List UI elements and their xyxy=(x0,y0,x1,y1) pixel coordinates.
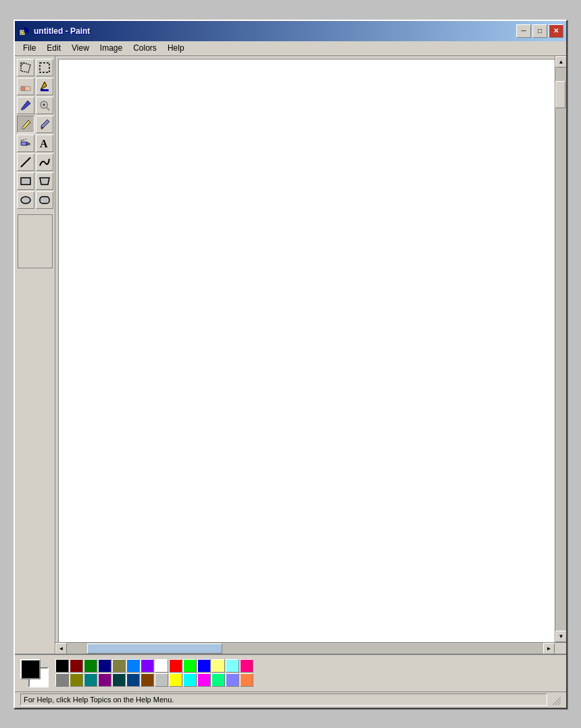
main-area: A xyxy=(15,56,566,654)
palette-color-5[interactable] xyxy=(84,673,97,687)
palette-color-25[interactable] xyxy=(226,673,239,687)
menu-item-colors[interactable]: Colors xyxy=(128,42,162,54)
menu-item-file[interactable]: File xyxy=(18,42,41,54)
close-button[interactable]: ✕ xyxy=(549,24,563,38)
palette-color-22[interactable] xyxy=(211,659,225,673)
palette-color-0[interactable] xyxy=(55,659,69,673)
palette-color-12[interactable] xyxy=(141,659,154,673)
palette-color-11[interactable] xyxy=(126,673,140,687)
tool-pencil[interactable] xyxy=(17,116,34,133)
paint-icon xyxy=(19,26,30,37)
resize-grip[interactable] xyxy=(550,694,561,705)
tool-ellipse[interactable] xyxy=(17,191,34,209)
svg-point-6 xyxy=(21,107,24,110)
maximize-button[interactable]: □ xyxy=(532,24,547,38)
palette-color-9[interactable] xyxy=(112,673,126,687)
palette-color-1[interactable] xyxy=(55,673,69,687)
tool-rect-select[interactable] xyxy=(36,59,53,76)
svg-line-18 xyxy=(21,157,30,167)
palette-color-8[interactable] xyxy=(112,659,126,673)
color-palette xyxy=(55,659,253,687)
status-text: For Help, click Help Topics on the Help … xyxy=(20,694,547,706)
text-icon: A xyxy=(39,137,51,149)
palette-color-18[interactable] xyxy=(183,659,197,673)
canvas-container[interactable] xyxy=(55,56,555,642)
title-bar: untitled - Paint ─ □ ✕ xyxy=(15,21,566,41)
status-bar: For Help, click Help Topics on the Help … xyxy=(15,691,566,708)
svg-point-14 xyxy=(20,139,22,141)
svg-rect-4 xyxy=(21,87,25,91)
scrollbar-corner xyxy=(555,643,566,654)
menu-item-help[interactable]: Help xyxy=(162,42,190,54)
magnify-icon xyxy=(39,99,51,112)
line-icon xyxy=(20,156,32,168)
airbrush-icon xyxy=(20,137,32,149)
palette-color-21[interactable] xyxy=(197,673,211,687)
drawing-canvas[interactable] xyxy=(58,59,555,642)
tool-rectangle[interactable] xyxy=(17,172,34,190)
scroll-thumb-h[interactable] xyxy=(87,644,222,654)
tool-brush[interactable] xyxy=(36,116,53,133)
brush-icon xyxy=(39,118,51,130)
palette-color-15[interactable] xyxy=(155,673,168,687)
palette-color-20[interactable] xyxy=(197,659,211,673)
menu-item-image[interactable]: Image xyxy=(95,42,128,54)
paint-window: untitled - Paint ─ □ ✕ FileEditViewImage… xyxy=(14,20,567,709)
title-buttons: ─ □ ✕ xyxy=(516,24,563,38)
fill-icon xyxy=(39,80,51,93)
color-palette-area xyxy=(15,654,566,691)
palette-color-7[interactable] xyxy=(98,673,111,687)
palette-color-17[interactable] xyxy=(169,673,182,687)
palette-color-16[interactable] xyxy=(169,659,182,673)
pencil-icon xyxy=(20,118,32,130)
foreground-color-box[interactable] xyxy=(20,659,41,679)
polygon-icon xyxy=(39,175,51,187)
scroll-left-button[interactable]: ◄ xyxy=(55,643,67,654)
menu-item-view[interactable]: View xyxy=(66,42,95,54)
eraser-icon xyxy=(20,80,32,93)
palette-color-10[interactable] xyxy=(126,659,140,673)
palette-color-23[interactable] xyxy=(211,673,225,687)
palette-color-13[interactable] xyxy=(141,673,154,687)
palette-color-6[interactable] xyxy=(98,659,111,673)
color-selector xyxy=(20,659,49,687)
tool-free-select[interactable] xyxy=(17,59,34,76)
palette-color-24[interactable] xyxy=(226,659,239,673)
tool-fill[interactable] xyxy=(36,78,53,95)
rectangle-icon xyxy=(20,175,32,187)
scroll-thumb-v[interactable] xyxy=(555,81,565,108)
tool-magnify[interactable] xyxy=(36,97,53,114)
tool-eraser[interactable] xyxy=(17,78,34,95)
scroll-down-button[interactable]: ▼ xyxy=(555,631,566,642)
palette-color-3[interactable] xyxy=(70,673,83,687)
tool-rounded-rect[interactable] xyxy=(36,191,53,209)
svg-rect-21 xyxy=(40,197,49,203)
menu-item-edit[interactable]: Edit xyxy=(41,42,66,54)
palette-color-27[interactable] xyxy=(240,673,253,687)
scroll-track-v[interactable] xyxy=(555,68,566,631)
tool-eyedropper[interactable] xyxy=(17,97,34,114)
scroll-track-h[interactable] xyxy=(67,643,543,654)
eyedropper-icon xyxy=(20,99,32,112)
tool-polygon[interactable] xyxy=(36,172,53,190)
svg-line-8 xyxy=(47,107,49,110)
palette-color-19[interactable] xyxy=(183,673,197,687)
svg-point-20 xyxy=(21,197,30,203)
palette-color-26[interactable] xyxy=(240,659,253,673)
scroll-right-button[interactable]: ► xyxy=(543,643,555,654)
tool-curve[interactable] xyxy=(36,153,53,171)
scroll-up-button[interactable]: ▲ xyxy=(555,56,566,68)
title-bar-left: untitled - Paint xyxy=(19,26,90,37)
tool-airbrush[interactable] xyxy=(17,135,34,152)
palette-color-2[interactable] xyxy=(70,659,83,673)
rect-select-icon xyxy=(39,62,51,74)
palette-color-4[interactable] xyxy=(84,659,97,673)
svg-point-16 xyxy=(25,139,26,140)
svg-text:A: A xyxy=(40,138,48,149)
tool-line[interactable] xyxy=(17,153,34,171)
palette-color-14[interactable] xyxy=(155,659,168,673)
svg-rect-2 xyxy=(40,63,49,72)
tool-text[interactable]: A xyxy=(36,135,53,152)
svg-line-23 xyxy=(558,702,561,705)
minimize-button[interactable]: ─ xyxy=(516,24,531,38)
